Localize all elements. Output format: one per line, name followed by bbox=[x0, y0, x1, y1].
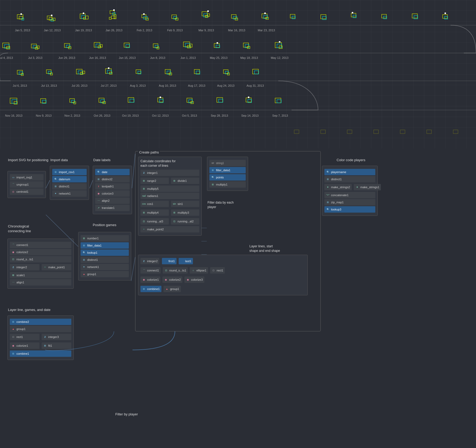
make-point2-node[interactable]: + make_point2 bbox=[140, 226, 199, 232]
align2-node[interactable]: ⋯ align2 bbox=[95, 197, 130, 204]
first1-node[interactable]: ⊞ first1 bbox=[162, 258, 177, 264]
filter-data1-pos-node[interactable]: ⊞ filter_data1 bbox=[81, 242, 129, 249]
svg-rect-93 bbox=[46, 70, 51, 73]
concat-icon: "+" bbox=[326, 193, 330, 197]
running-al2-node[interactable]: ⊡ running...al2 bbox=[171, 218, 199, 225]
divide1-node[interactable]: ⊞ divide1 bbox=[171, 178, 199, 184]
group1-pos-node[interactable]: ▲ group1 bbox=[81, 271, 129, 277]
svg-rect-18 bbox=[110, 11, 114, 14]
svg-rect-15 bbox=[83, 17, 86, 19]
align2-icon: ⋯ bbox=[97, 199, 100, 203]
connect1-layer-node[interactable]: ⌒ connect1 bbox=[140, 267, 161, 274]
svg-rect-20 bbox=[114, 15, 116, 19]
textpath1-node[interactable]: t textpath1 bbox=[95, 183, 130, 190]
fit-icon: ⊠ bbox=[43, 344, 47, 348]
svg-text:Jan 19, 2013: Jan 19, 2013 bbox=[75, 29, 92, 32]
str-string1-node[interactable]: str string1 bbox=[209, 160, 246, 166]
import-csv1-node[interactable]: ⊞ import_csv1 bbox=[52, 169, 87, 175]
lookup3-node[interactable]: 🔍 lookup3 bbox=[324, 206, 375, 213]
svg-rect-76 bbox=[183, 42, 190, 47]
svg-text:Aug 31, 2013: Aug 31, 2013 bbox=[246, 84, 264, 87]
svg-rect-99 bbox=[83, 71, 85, 74]
filter-data1-node[interactable]: ⊞ filter_data1 bbox=[209, 167, 246, 173]
svg-rect-96 bbox=[76, 69, 82, 74]
radians1-node[interactable]: rad radians1 bbox=[140, 193, 199, 199]
multiply5-node[interactable]: ⊞ multiply5 bbox=[140, 186, 199, 192]
make-point1-node[interactable]: + make_point1 bbox=[42, 264, 71, 270]
make-strings1-node[interactable]: ✦ make_strings1 bbox=[354, 184, 381, 190]
distinct2-node[interactable]: ⊞ distinct2 bbox=[95, 176, 130, 182]
colorize1-node[interactable]: ◉ colorize1 bbox=[10, 342, 39, 349]
group1-layer-node[interactable]: ▲ group1 bbox=[164, 286, 181, 292]
distinct1-color-node[interactable]: ⊞ distinct1 bbox=[324, 176, 375, 182]
import-svg1-node[interactable]: ▭ import_svg1 bbox=[10, 174, 43, 181]
distinct1-node[interactable]: ⊞ distinct1 bbox=[52, 183, 87, 190]
playername-node[interactable]: 🔍 playername bbox=[324, 169, 375, 175]
sin1-node[interactable]: sin sin1 bbox=[171, 201, 199, 207]
combine1-layer-node[interactable]: ⊞ combine1 bbox=[140, 286, 161, 292]
number1-node[interactable]: ⊞ number1 bbox=[81, 235, 129, 241]
svg-rect-128 bbox=[130, 99, 134, 102]
integer3-node[interactable]: Z integer3 bbox=[42, 334, 71, 340]
concatenate1-node[interactable]: "+" concatenate1 bbox=[324, 192, 375, 198]
multiply3-node[interactable]: ⊞ multiply3 bbox=[171, 209, 199, 216]
svg-rect-4 bbox=[17, 15, 23, 19]
svg-rect-69 bbox=[98, 46, 101, 48]
rect1-layer-node[interactable]: □ rect1 bbox=[210, 267, 225, 274]
svg-rect-61 bbox=[33, 46, 37, 48]
integer2-node[interactable]: Z integer2 bbox=[10, 264, 39, 270]
network1-pos-node[interactable]: ✦ network1 bbox=[81, 264, 129, 270]
make-point-icon: + bbox=[43, 265, 47, 269]
range2-node[interactable]: ⊞ range2 bbox=[140, 178, 169, 184]
network1-node[interactable]: ✦ network1 bbox=[52, 190, 87, 197]
ellipse1-node[interactable]: ○ ellipse1 bbox=[190, 267, 208, 274]
z-integer1-icon: Z bbox=[142, 171, 146, 175]
make-strings2-node[interactable]: ✦ make_strings2 bbox=[324, 184, 352, 190]
svg-text:Mar 16, 2013: Mar 16, 2013 bbox=[228, 29, 245, 32]
combine2-node[interactable]: ⊞ combine2 bbox=[10, 319, 71, 325]
datenum-node[interactable]: 🔍 datenum bbox=[52, 176, 87, 182]
svg-point-139 bbox=[248, 96, 249, 98]
distinct1-pos-node[interactable]: ⊞ distinct1 bbox=[81, 257, 129, 263]
z-icon: Z bbox=[11, 265, 15, 269]
svg-rect-21 bbox=[111, 16, 115, 19]
ungroup1-node[interactable]: ⌒ ungroup1 bbox=[10, 181, 43, 188]
colorize2l-icon: ◉ bbox=[164, 278, 168, 282]
integer1-node[interactable]: Z integer1 bbox=[140, 170, 199, 176]
date-node[interactable]: 🔍 date bbox=[95, 169, 130, 175]
lookup1-node[interactable]: 🔍 lookup1 bbox=[81, 249, 129, 256]
integer2-layer-node[interactable]: Z integer2 bbox=[140, 258, 159, 264]
scale1-node[interactable]: ⊠ scale1 bbox=[10, 272, 71, 278]
connect1-node[interactable]: ⌒ connect1 bbox=[10, 242, 71, 248]
round-ts1-layer-node[interactable]: ⊡ round_s...ts1 bbox=[163, 267, 188, 274]
running-al3-node[interactable]: ⊡ running...al3 bbox=[140, 218, 169, 225]
multiply4-node[interactable]: ⊞ multiply4 bbox=[140, 209, 169, 216]
colorize3-layer-node[interactable]: ◉ colorize3 bbox=[184, 276, 204, 283]
svg-text:Nov 16, 2013: Nov 16, 2013 bbox=[5, 114, 22, 117]
zip-map1-node[interactable]: ⊞ zip_map1 bbox=[324, 199, 375, 205]
combine1-lower-node[interactable]: ⊞ combine1 bbox=[10, 350, 71, 357]
rect1-node[interactable]: □ rect1 bbox=[10, 334, 39, 340]
svg-text:Jun 15, 2013: Jun 15, 2013 bbox=[119, 56, 136, 59]
round-ts1-node[interactable]: ⊡ round_s...ts1 bbox=[10, 256, 71, 262]
svg-rect-48 bbox=[353, 15, 356, 18]
colorize2-node[interactable]: ◉ colorize2 bbox=[10, 249, 71, 255]
centroid1-node[interactable]: ◎ centroid1 bbox=[10, 188, 43, 195]
running-al3-icon: ⊡ bbox=[142, 219, 146, 223]
svg-rect-109 bbox=[194, 69, 200, 74]
import-csv-icon: ⊞ bbox=[54, 170, 58, 174]
align1-node[interactable]: ⋯ align1 bbox=[10, 279, 71, 286]
svg-point-35 bbox=[207, 10, 209, 12]
translate1-node[interactable]: ↗ translate1 bbox=[95, 205, 130, 211]
fit1-node[interactable]: ⊠ fit1 bbox=[42, 342, 71, 349]
colorize3-node[interactable]: ◉ colorize3 bbox=[95, 190, 130, 197]
multiply1-node[interactable]: ⊞ multiply1 bbox=[209, 181, 246, 188]
cos1-node[interactable]: cos cos1 bbox=[140, 201, 169, 207]
group1-node[interactable]: ▲ group1 bbox=[10, 326, 71, 332]
colorize2-layer-node[interactable]: ◉ colorize2 bbox=[162, 276, 182, 283]
last1-node[interactable]: ⊞ last1 bbox=[179, 258, 193, 264]
svg-rect-115 bbox=[254, 71, 259, 74]
points-node[interactable]: 🔍 points bbox=[209, 174, 246, 181]
colorize1-layer-node[interactable]: ◉ colorize1 bbox=[140, 276, 160, 283]
svg-text:Jun 1, 2013: Jun 1, 2013 bbox=[180, 56, 196, 59]
